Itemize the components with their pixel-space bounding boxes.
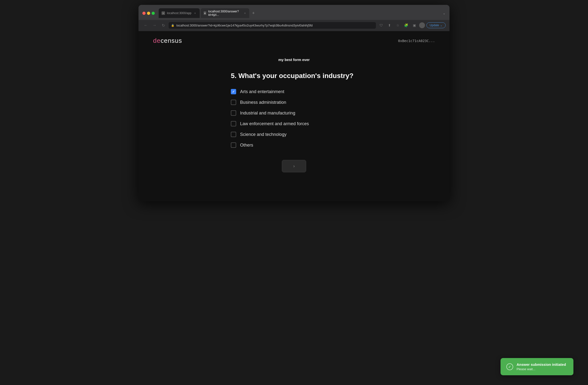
logo-census: census (161, 37, 182, 44)
checkbox-others[interactable] (231, 142, 236, 148)
checkbox-item-business[interactable]: Business administration (231, 100, 357, 105)
refresh-button[interactable]: ↻ (160, 22, 167, 29)
minimize-button[interactable] (147, 12, 150, 15)
shield-icon-button[interactable]: 🛡 (378, 22, 385, 29)
sidebar-icon-button[interactable]: ▣ (411, 22, 418, 29)
wallet-address: 0xBec1c71cA023C... (398, 39, 435, 43)
toolbar-icons: 🛡 ⬆ ☆ 🧩 ▣ Update ⌄ (378, 22, 446, 29)
star-icon-button[interactable]: ☆ (394, 22, 401, 29)
checkbox-label-arts: Arts and entertainment (240, 89, 284, 94)
back-button[interactable]: ← (142, 22, 149, 29)
question-body: What's your occupation's industry? (238, 72, 354, 80)
tab-2-favicon: ● (204, 11, 206, 15)
chevron-down-icon: ⌄ (440, 23, 442, 27)
checkbox-label-others: Others (240, 143, 253, 148)
checkbox-label-law: Law enforcement and armed forces (240, 121, 309, 126)
browser-chrome: ● localhost:3000/app × ● localhost:3000/… (139, 5, 449, 31)
forward-button[interactable]: → (151, 22, 158, 29)
checkbox-science[interactable] (231, 132, 236, 137)
tab-1-label: localhost:3000/app (167, 11, 191, 15)
checkbox-industrial[interactable] (231, 110, 236, 116)
checkbox-item-industrial[interactable]: Industrial and manufacturing (231, 110, 357, 116)
browser-dropdown[interactable]: ⌄ (443, 11, 446, 15)
app-header: decensus 0xBec1c71cA023C... (139, 31, 449, 50)
browser-title-bar: ● localhost:3000/app × ● localhost:3000/… (139, 5, 449, 20)
address-bar-row: ← → ↻ 🔒 🛡 ⬆ ☆ 🧩 ▣ Update ⌄ (139, 20, 449, 31)
checkbox-law[interactable] (231, 121, 236, 126)
profile-avatar[interactable] (419, 22, 425, 28)
browser-window: ● localhost:3000/app × ● localhost:3000/… (139, 5, 449, 201)
checkbox-item-science[interactable]: Science and technology (231, 132, 357, 137)
address-bar-input[interactable] (169, 22, 376, 29)
checkbox-list: ✓ Arts and entertainment Business admini… (231, 89, 357, 148)
tab-2-label: localhost:3000/answer?id=kjzl... (208, 10, 242, 17)
question-number: 5 (231, 72, 235, 80)
checkbox-label-industrial: Industrial and manufacturing (240, 111, 295, 116)
checkbox-item-arts[interactable]: ✓ Arts and entertainment (231, 89, 357, 94)
extensions-icon-button[interactable]: 🧩 (403, 22, 409, 29)
checkbox-arts[interactable]: ✓ (231, 89, 236, 94)
tab-bar: ● localhost:3000/app × ● localhost:3000/… (159, 8, 441, 18)
maximize-button[interactable] (152, 12, 155, 15)
address-bar-wrapper: 🔒 (169, 22, 376, 29)
share-icon-button[interactable]: ⬆ (386, 22, 393, 29)
tab-1-close[interactable]: × (193, 11, 197, 15)
form-title: my best form ever (139, 50, 449, 71)
question-container: 5. What's your occupation's industry? ✓ … (221, 71, 367, 172)
checkbox-item-others[interactable]: Others (231, 142, 357, 148)
close-button[interactable] (142, 12, 146, 15)
check-icon-arts: ✓ (232, 90, 235, 94)
traffic-lights (142, 12, 155, 15)
tab-2-close[interactable]: × (243, 11, 246, 15)
new-tab-button[interactable]: + (250, 8, 257, 18)
logo-de: de (153, 37, 161, 44)
app-logo: decensus (153, 37, 182, 44)
checkbox-label-business: Business administration (240, 100, 286, 105)
checkbox-label-science: Science and technology (240, 132, 287, 137)
next-btn-container: › (231, 160, 357, 172)
update-button[interactable]: Update ⌄ (426, 22, 446, 28)
lock-icon: 🔒 (171, 24, 174, 27)
checkbox-business[interactable] (231, 100, 236, 105)
question-text: 5. What's your occupation's industry? (231, 71, 357, 80)
checkbox-item-law[interactable]: Law enforcement and armed forces (231, 121, 357, 126)
tab-1[interactable]: ● localhost:3000/app × (159, 8, 200, 18)
tab-1-favicon: ● (162, 11, 165, 15)
main-content: decensus 0xBec1c71cA023C... my best form… (139, 31, 449, 201)
next-button[interactable]: › (282, 160, 306, 172)
next-arrow-icon: › (293, 164, 295, 169)
tab-2[interactable]: ● localhost:3000/answer?id=kjzl... × (201, 8, 249, 18)
